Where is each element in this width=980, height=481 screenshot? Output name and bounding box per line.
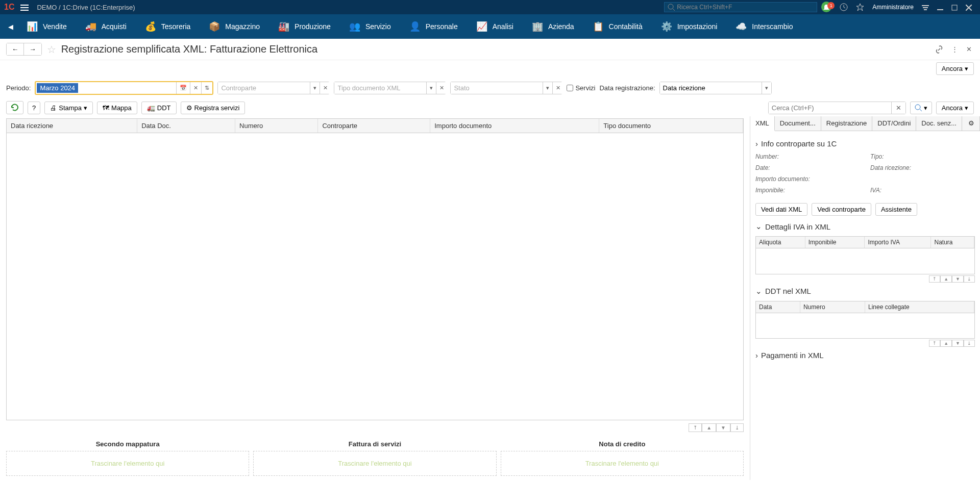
nav-item-analisi[interactable]: 📈Analisi: [467, 14, 523, 39]
history-icon[interactable]: [836, 3, 852, 12]
hamburger-icon[interactable]: [20, 3, 29, 11]
dropdown-icon[interactable]: ▾: [310, 82, 320, 94]
go-up-icon[interactable]: ▲: [702, 423, 716, 432]
vedi-dati-xml-button[interactable]: Vedi dati XML: [755, 203, 807, 216]
tab-docsenz[interactable]: Doc. senz...: [916, 116, 962, 131]
column-header[interactable]: Tipo documento: [599, 119, 743, 133]
nav-item-contabilità[interactable]: 📋Contabilità: [583, 14, 652, 39]
column-header[interactable]: Aliquota: [756, 237, 805, 248]
controparte-input[interactable]: ▾ ✕: [217, 82, 330, 94]
servizi-checkbox[interactable]: [567, 85, 573, 91]
go-first-icon[interactable]: ⤒: [929, 340, 940, 347]
tab-document[interactable]: Document...: [775, 116, 821, 131]
user-label[interactable]: Amministratore: [868, 4, 918, 11]
favorite-star-icon[interactable]: ☆: [47, 43, 56, 56]
tipo-documento-field[interactable]: [334, 82, 426, 94]
periodo-input[interactable]: Marzo 2024 📅 ✕ ⇅: [35, 81, 213, 95]
dropdown-icon[interactable]: ▾: [426, 82, 436, 94]
column-header[interactable]: Data Doc.: [137, 119, 235, 133]
settings-icon[interactable]: [918, 3, 933, 11]
info-controparte-header[interactable]: › Info controparte su 1C: [755, 136, 975, 151]
nav-item-servizio[interactable]: 👥Servizio: [340, 14, 400, 39]
column-header[interactable]: Natura: [931, 237, 974, 248]
column-header[interactable]: Linee collegate: [865, 301, 974, 313]
dropzone[interactable]: Nota di creditoTrascinare l'elemento qui: [501, 437, 744, 476]
go-up-icon[interactable]: ▲: [940, 340, 952, 347]
registra-servizi-button[interactable]: ⚙ Registra servizi: [181, 102, 246, 114]
table-search-field[interactable]: [769, 102, 891, 114]
tab-ddtordini[interactable]: DDT/Ordini: [872, 116, 916, 131]
ancora-toolbar-button[interactable]: Ancora ▾: [936, 102, 974, 114]
refresh-button[interactable]: [6, 101, 23, 114]
nav-item-magazzino[interactable]: 📦Magazzino: [200, 14, 269, 39]
ddt-button[interactable]: 🚛 DDT: [141, 102, 177, 114]
dropdown-icon[interactable]: ▾: [762, 82, 771, 94]
vedi-controparte-button[interactable]: Vedi controparte: [812, 203, 871, 216]
tipo-documento-input[interactable]: ▾ ✕: [334, 82, 446, 94]
nav-back-icon[interactable]: ◀: [4, 23, 17, 31]
clear-icon[interactable]: ✕: [552, 82, 564, 94]
clear-icon[interactable]: ✕: [320, 82, 331, 94]
tab-xml[interactable]: XML: [750, 116, 775, 131]
iva-table[interactable]: AliquotaImponibileImporto IVANatura: [755, 236, 975, 274]
clear-icon[interactable]: ✕: [436, 82, 447, 94]
clear-icon[interactable]: ✕: [190, 82, 201, 94]
data-registrazione-field[interactable]: [660, 82, 762, 94]
ddt-header[interactable]: ⌄ DDT nel XML: [755, 284, 975, 299]
table-search[interactable]: ✕: [768, 102, 906, 114]
stato-field[interactable]: [451, 82, 543, 94]
go-down-icon[interactable]: ▼: [716, 423, 730, 432]
nav-item-impostazioni[interactable]: ⚙️Impostazioni: [652, 14, 727, 39]
go-last-icon[interactable]: ⤓: [964, 275, 975, 283]
clear-search-icon[interactable]: ✕: [891, 102, 905, 114]
nav-item-personale[interactable]: 👤Personale: [400, 14, 467, 39]
dettagli-iva-header[interactable]: ⌄ Dettagli IVA in XML: [755, 219, 975, 234]
nav-item-vendite[interactable]: 📊Vendite: [17, 14, 76, 39]
assistente-button[interactable]: Assistente: [875, 203, 917, 216]
go-last-icon[interactable]: ⤓: [730, 423, 744, 432]
dropzone[interactable]: Secondo mappaturaTrascinare l'elemento q…: [6, 437, 249, 476]
help-button[interactable]: ?: [28, 102, 40, 114]
search-options-button[interactable]: ▾: [910, 102, 932, 114]
ancora-button[interactable]: Ancora ▾: [936, 62, 974, 75]
close-page-icon[interactable]: ✕: [964, 43, 974, 55]
more-icon[interactable]: ⋮: [949, 43, 960, 55]
nav-item-acquisti[interactable]: 🚚Acquisti: [76, 14, 136, 39]
nav-item-tesoreria[interactable]: 💰Tesoreria: [136, 14, 200, 39]
maximize-icon[interactable]: [947, 4, 962, 11]
go-first-icon[interactable]: ⤒: [929, 275, 940, 283]
back-button[interactable]: ←: [7, 43, 24, 55]
stato-input[interactable]: ▾ ✕: [450, 82, 562, 94]
dropzone[interactable]: Fattura di serviziTrascinare l'elemento …: [253, 437, 496, 476]
calendar-icon[interactable]: 📅: [176, 82, 190, 94]
column-header[interactable]: Imponibile: [805, 237, 865, 248]
column-header[interactable]: Data: [756, 301, 800, 313]
favorite-icon[interactable]: [852, 3, 868, 12]
stampa-button[interactable]: 🖨 Stampa ▾: [44, 102, 93, 114]
column-header[interactable]: Importo documento: [430, 119, 599, 133]
ddt-table[interactable]: DataNumeroLinee collegate: [755, 301, 975, 339]
column-header[interactable]: Importo IVA: [865, 237, 931, 248]
dropdown-icon[interactable]: ▾: [543, 82, 552, 94]
minimize-icon[interactable]: [933, 4, 947, 11]
tab-settings-icon[interactable]: ⚙: [963, 116, 980, 131]
notifications-button[interactable]: 1: [817, 3, 836, 11]
nav-item-azienda[interactable]: 🏢Azienda: [523, 14, 583, 39]
forward-button[interactable]: →: [24, 43, 41, 55]
main-table[interactable]: Data ricezioneData Doc.NumeroControparte…: [6, 118, 744, 420]
go-up-icon[interactable]: ▲: [940, 275, 952, 283]
nav-item-interscambio[interactable]: ☁️Interscambio: [726, 14, 802, 39]
close-icon[interactable]: [962, 4, 976, 11]
column-header[interactable]: Numero: [800, 301, 865, 313]
go-first-icon[interactable]: ⤒: [689, 423, 702, 432]
controparte-field[interactable]: [218, 82, 310, 94]
column-header[interactable]: Numero: [235, 119, 318, 133]
column-header[interactable]: Controparte: [318, 119, 430, 133]
spinner-icon[interactable]: ⇅: [201, 82, 212, 94]
go-down-icon[interactable]: ▼: [952, 340, 964, 347]
column-header[interactable]: Data ricezione: [7, 119, 137, 133]
go-down-icon[interactable]: ▼: [952, 275, 964, 283]
link-icon[interactable]: [933, 43, 945, 56]
nav-item-produzione[interactable]: 🏭Produzione: [269, 14, 340, 39]
go-last-icon[interactable]: ⤓: [964, 340, 975, 347]
